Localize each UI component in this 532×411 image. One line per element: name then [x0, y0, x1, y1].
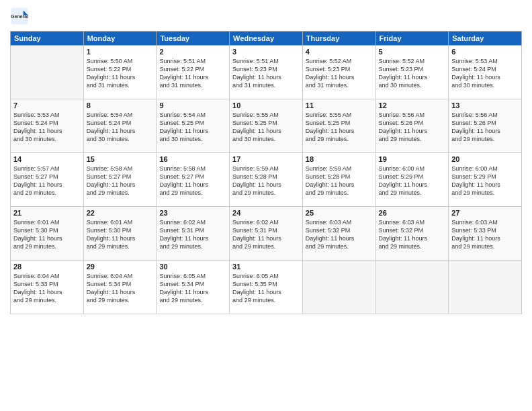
calendar-cell — [11, 46, 84, 99]
day-number: 28 — [13, 263, 81, 271]
day-info: Sunrise: 5:52 AM Sunset: 5:23 PM Dayligh… — [379, 57, 446, 90]
day-number: 27 — [451, 209, 519, 217]
day-number: 15 — [87, 155, 154, 163]
day-number: 1 — [87, 48, 154, 56]
calendar-cell: 20Sunrise: 6:00 AM Sunset: 5:29 PM Dayli… — [449, 153, 522, 207]
calendar-cell: 18Sunrise: 5:59 AM Sunset: 5:28 PM Dayli… — [302, 153, 375, 207]
calendar-cell: 1Sunrise: 5:50 AM Sunset: 5:22 PM Daylig… — [83, 46, 157, 99]
calendar-header-friday: Friday — [375, 32, 449, 46]
calendar-week-2: 7Sunrise: 5:53 AM Sunset: 5:24 PM Daylig… — [11, 99, 522, 153]
calendar-week-5: 28Sunrise: 6:04 AM Sunset: 5:33 PM Dayli… — [11, 261, 522, 314]
calendar-header-wednesday: Wednesday — [230, 32, 303, 46]
calendar-cell: 26Sunrise: 6:03 AM Sunset: 5:32 PM Dayli… — [375, 207, 449, 261]
calendar-cell: 22Sunrise: 6:01 AM Sunset: 5:30 PM Dayli… — [83, 207, 157, 261]
day-info: Sunrise: 6:01 AM Sunset: 5:30 PM Dayligh… — [87, 218, 154, 251]
calendar-header-row: SundayMondayTuesdayWednesdayThursdayFrid… — [11, 32, 522, 46]
day-number: 11 — [306, 101, 373, 109]
calendar-cell: 7Sunrise: 5:53 AM Sunset: 5:24 PM Daylig… — [11, 99, 84, 153]
calendar-header-thursday: Thursday — [302, 32, 375, 46]
calendar-cell: 5Sunrise: 5:52 AM Sunset: 5:23 PM Daylig… — [375, 46, 449, 99]
calendar-cell: 9Sunrise: 5:54 AM Sunset: 5:25 PM Daylig… — [157, 99, 230, 153]
logo: General — [10, 7, 32, 26]
calendar-cell: 21Sunrise: 6:01 AM Sunset: 5:30 PM Dayli… — [11, 207, 84, 261]
calendar-cell: 23Sunrise: 6:02 AM Sunset: 5:31 PM Dayli… — [157, 207, 230, 261]
calendar-cell: 3Sunrise: 5:51 AM Sunset: 5:23 PM Daylig… — [230, 46, 303, 99]
calendar-week-3: 14Sunrise: 5:57 AM Sunset: 5:27 PM Dayli… — [11, 153, 522, 207]
calendar-cell: 8Sunrise: 5:54 AM Sunset: 5:24 PM Daylig… — [83, 99, 157, 153]
logo-icon: General — [10, 7, 29, 26]
day-info: Sunrise: 6:00 AM Sunset: 5:29 PM Dayligh… — [379, 165, 446, 197]
day-info: Sunrise: 5:55 AM Sunset: 5:25 PM Dayligh… — [306, 111, 373, 144]
day-number: 31 — [232, 263, 300, 271]
day-info: Sunrise: 5:53 AM Sunset: 5:24 PM Dayligh… — [13, 111, 81, 144]
calendar-cell: 24Sunrise: 6:02 AM Sunset: 5:31 PM Dayli… — [230, 207, 303, 261]
calendar-cell: 14Sunrise: 5:57 AM Sunset: 5:27 PM Dayli… — [11, 153, 84, 207]
day-info: Sunrise: 5:59 AM Sunset: 5:28 PM Dayligh… — [232, 165, 300, 197]
day-info: Sunrise: 5:54 AM Sunset: 5:24 PM Dayligh… — [87, 111, 154, 144]
calendar-page: General SundayMondayTuesdayWednesdayThur… — [0, 0, 532, 411]
day-number: 9 — [159, 101, 226, 109]
calendar-cell — [449, 261, 522, 314]
calendar-cell: 28Sunrise: 6:04 AM Sunset: 5:33 PM Dayli… — [11, 261, 84, 314]
calendar-cell — [302, 261, 375, 314]
calendar-week-4: 21Sunrise: 6:01 AM Sunset: 5:30 PM Dayli… — [11, 207, 522, 261]
day-number: 6 — [451, 48, 519, 56]
day-info: Sunrise: 6:03 AM Sunset: 5:32 PM Dayligh… — [306, 218, 373, 251]
calendar-cell: 31Sunrise: 6:05 AM Sunset: 5:35 PM Dayli… — [230, 261, 303, 314]
calendar-cell: 10Sunrise: 5:55 AM Sunset: 5:25 PM Dayli… — [230, 99, 303, 153]
day-info: Sunrise: 6:04 AM Sunset: 5:34 PM Dayligh… — [87, 272, 154, 305]
day-info: Sunrise: 6:03 AM Sunset: 5:32 PM Dayligh… — [379, 218, 446, 251]
day-number: 20 — [451, 155, 519, 163]
day-info: Sunrise: 5:51 AM Sunset: 5:22 PM Dayligh… — [159, 57, 226, 90]
day-info: Sunrise: 5:59 AM Sunset: 5:28 PM Dayligh… — [306, 165, 373, 197]
day-info: Sunrise: 5:57 AM Sunset: 5:27 PM Dayligh… — [13, 165, 81, 197]
day-number: 14 — [13, 155, 81, 163]
page-header: General — [10, 7, 522, 26]
day-info: Sunrise: 6:04 AM Sunset: 5:33 PM Dayligh… — [13, 272, 81, 305]
day-number: 16 — [159, 155, 226, 163]
day-number: 18 — [306, 155, 373, 163]
day-number: 13 — [451, 101, 519, 109]
day-info: Sunrise: 5:51 AM Sunset: 5:23 PM Dayligh… — [232, 57, 300, 90]
day-info: Sunrise: 6:02 AM Sunset: 5:31 PM Dayligh… — [232, 218, 300, 251]
day-number: 29 — [87, 263, 154, 271]
day-number: 24 — [232, 209, 300, 217]
day-number: 26 — [379, 209, 446, 217]
calendar-cell: 6Sunrise: 5:53 AM Sunset: 5:24 PM Daylig… — [449, 46, 522, 99]
calendar-week-1: 1Sunrise: 5:50 AM Sunset: 5:22 PM Daylig… — [11, 46, 522, 99]
day-info: Sunrise: 5:58 AM Sunset: 5:27 PM Dayligh… — [87, 165, 154, 197]
day-info: Sunrise: 6:05 AM Sunset: 5:34 PM Dayligh… — [159, 272, 226, 305]
calendar-cell: 11Sunrise: 5:55 AM Sunset: 5:25 PM Dayli… — [302, 99, 375, 153]
day-number: 19 — [379, 155, 446, 163]
calendar-header-monday: Monday — [83, 32, 157, 46]
day-number: 22 — [87, 209, 154, 217]
day-number: 7 — [13, 101, 81, 109]
day-number: 23 — [159, 209, 226, 217]
day-number: 21 — [13, 209, 81, 217]
calendar-cell: 30Sunrise: 6:05 AM Sunset: 5:34 PM Dayli… — [157, 261, 230, 314]
day-info: Sunrise: 6:01 AM Sunset: 5:30 PM Dayligh… — [13, 218, 81, 251]
calendar-cell: 15Sunrise: 5:58 AM Sunset: 5:27 PM Dayli… — [83, 153, 157, 207]
day-info: Sunrise: 6:05 AM Sunset: 5:35 PM Dayligh… — [232, 272, 300, 305]
calendar-cell: 13Sunrise: 5:56 AM Sunset: 5:26 PM Dayli… — [449, 99, 522, 153]
calendar-cell: 27Sunrise: 6:03 AM Sunset: 5:33 PM Dayli… — [449, 207, 522, 261]
day-info: Sunrise: 5:58 AM Sunset: 5:27 PM Dayligh… — [159, 165, 226, 197]
day-info: Sunrise: 5:50 AM Sunset: 5:22 PM Dayligh… — [87, 57, 154, 90]
calendar-cell: 12Sunrise: 5:56 AM Sunset: 5:26 PM Dayli… — [375, 99, 449, 153]
calendar-cell: 19Sunrise: 6:00 AM Sunset: 5:29 PM Dayli… — [375, 153, 449, 207]
day-info: Sunrise: 6:02 AM Sunset: 5:31 PM Dayligh… — [159, 218, 226, 251]
calendar-cell: 29Sunrise: 6:04 AM Sunset: 5:34 PM Dayli… — [83, 261, 157, 314]
calendar-cell: 25Sunrise: 6:03 AM Sunset: 5:32 PM Dayli… — [302, 207, 375, 261]
day-info: Sunrise: 6:00 AM Sunset: 5:29 PM Dayligh… — [451, 165, 519, 197]
calendar-table: SundayMondayTuesdayWednesdayThursdayFrid… — [10, 31, 522, 314]
calendar-cell: 17Sunrise: 5:59 AM Sunset: 5:28 PM Dayli… — [230, 153, 303, 207]
day-number: 10 — [232, 101, 300, 109]
day-info: Sunrise: 5:52 AM Sunset: 5:23 PM Dayligh… — [306, 57, 373, 90]
day-info: Sunrise: 5:56 AM Sunset: 5:26 PM Dayligh… — [451, 111, 519, 144]
day-number: 30 — [159, 263, 226, 271]
calendar-cell: 2Sunrise: 5:51 AM Sunset: 5:22 PM Daylig… — [157, 46, 230, 99]
day-info: Sunrise: 5:56 AM Sunset: 5:26 PM Dayligh… — [379, 111, 446, 144]
day-info: Sunrise: 5:55 AM Sunset: 5:25 PM Dayligh… — [232, 111, 300, 144]
day-number: 8 — [87, 101, 154, 109]
day-info: Sunrise: 5:53 AM Sunset: 5:24 PM Dayligh… — [451, 57, 519, 90]
